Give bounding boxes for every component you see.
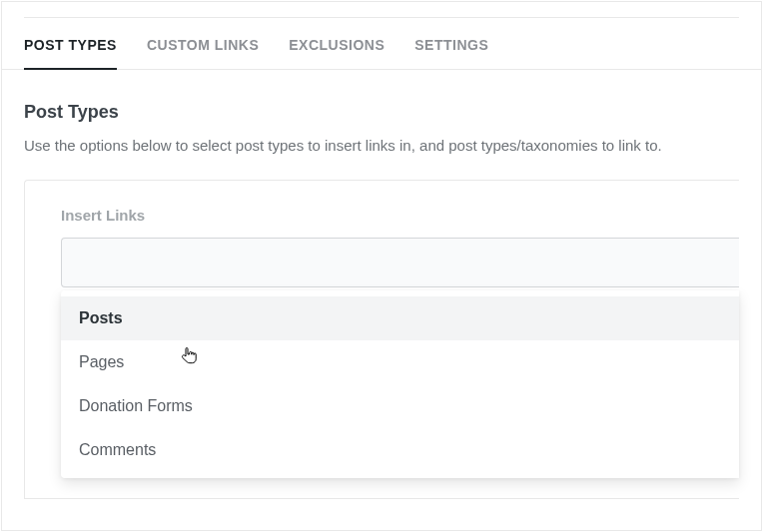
dropdown-item-donation-forms[interactable]: Donation Forms	[61, 384, 739, 428]
insert-links-select[interactable]	[61, 238, 739, 287]
tab-post-types[interactable]: POST TYPES	[24, 19, 117, 69]
settings-panel: Insert Links Posts Pages Donation Forms …	[24, 180, 739, 499]
dropdown-item-comments[interactable]: Comments	[61, 428, 739, 472]
section-description: Use the options below to select post typ…	[24, 135, 739, 158]
dropdown-item-posts[interactable]: Posts	[61, 296, 739, 340]
insert-links-dropdown: Posts Pages Donation Forms Comments	[61, 290, 739, 478]
tab-custom-links[interactable]: CUSTOM LINKS	[147, 19, 259, 69]
section-title: Post Types	[24, 102, 739, 123]
insert-links-label: Insert Links	[61, 207, 739, 224]
tab-bar: POST TYPES CUSTOM LINKS EXCLUSIONS SETTI…	[2, 18, 761, 70]
tab-exclusions[interactable]: EXCLUSIONS	[289, 19, 384, 69]
tab-settings[interactable]: SETTINGS	[414, 19, 488, 69]
dropdown-item-pages[interactable]: Pages	[61, 340, 739, 384]
